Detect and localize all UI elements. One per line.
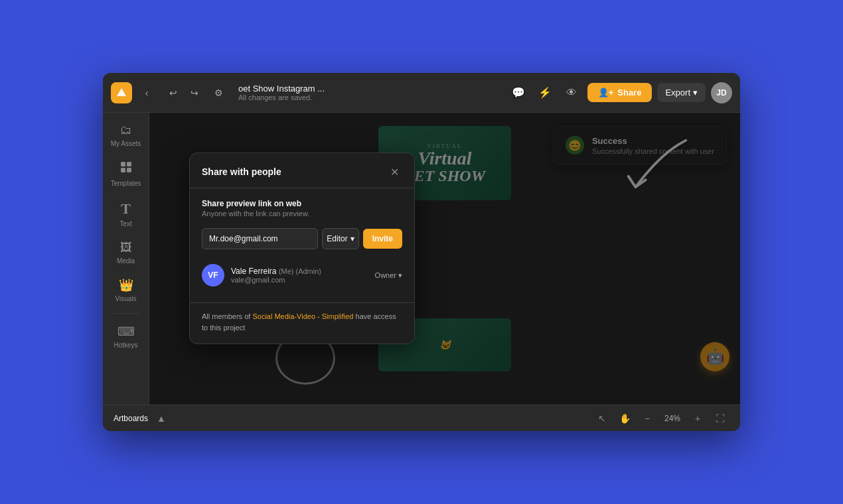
save-status: All changes are saved. bbox=[238, 94, 502, 101]
comment-button[interactable]: 💬 bbox=[508, 82, 529, 103]
bottombar-right: ↖ ✋ − 24% + ⛶ bbox=[593, 409, 729, 428]
templates-icon bbox=[119, 160, 133, 177]
export-label: Export bbox=[665, 88, 690, 97]
visuals-icon: 👑 bbox=[119, 278, 133, 292]
modal-header: Share with people ✕ bbox=[190, 153, 414, 188]
sidebar-item-media[interactable]: 🖼 Media bbox=[106, 235, 146, 270]
bottombar: Artboards ▲ ↖ ✋ − 24% + ⛶ bbox=[103, 405, 740, 431]
sidebar-item-templates[interactable]: Templates bbox=[106, 155, 146, 192]
invite-button[interactable]: Invite bbox=[363, 229, 402, 249]
sidebar-label-hotkeys: Hotkeys bbox=[114, 342, 137, 349]
user-name-tags: (Me) (Admin) bbox=[279, 267, 321, 275]
sidebar-item-text[interactable]: T Text bbox=[106, 195, 146, 233]
lightning-button[interactable]: ⚡ bbox=[534, 82, 556, 103]
share-link-desc: Anyone with the link can preview. bbox=[202, 210, 402, 218]
svg-rect-1 bbox=[121, 162, 125, 166]
sidebar-label-templates: Templates bbox=[111, 180, 141, 187]
share-button[interactable]: 👤+ Share bbox=[587, 83, 652, 102]
share-link-section: Share preview link on web Anyone with th… bbox=[202, 199, 402, 218]
hotkeys-icon: ⌨ bbox=[117, 324, 135, 339]
role-chevron-icon: ▾ bbox=[350, 234, 354, 243]
artboards-expand-button[interactable]: ▲ bbox=[152, 409, 171, 428]
user-avatar-initials: VF bbox=[202, 264, 224, 286]
user-name: Vale Ferreira (Me) (Admin) bbox=[231, 267, 368, 276]
team-link[interactable]: Social Media-Video - Simplified bbox=[252, 312, 353, 320]
user-role-chevron: ▾ bbox=[398, 271, 402, 280]
sidebar-label-my-assets: My Assets bbox=[111, 140, 141, 147]
share-icon: 👤+ bbox=[598, 88, 614, 97]
svg-marker-0 bbox=[117, 88, 126, 96]
svg-rect-3 bbox=[121, 168, 125, 172]
document-title: oet Show Instagram ... bbox=[238, 84, 502, 94]
user-info: Vale Ferreira (Me) (Admin) vale@gmail.co… bbox=[231, 267, 368, 284]
zoom-out-button[interactable]: − bbox=[638, 409, 656, 428]
zoom-level-display: 24% bbox=[660, 414, 684, 423]
back-button[interactable]: ‹ bbox=[137, 84, 156, 102]
role-select[interactable]: Editor ▾ bbox=[322, 228, 358, 249]
modal-body: Share preview link on web Anyone with th… bbox=[190, 188, 414, 302]
modal-title: Share with people bbox=[202, 166, 281, 177]
redo-button[interactable]: ↪ bbox=[185, 84, 204, 102]
text-icon: T bbox=[121, 200, 131, 218]
share-modal: Share with people ✕ Share preview link o… bbox=[189, 153, 415, 344]
user-role[interactable]: Owner ▾ bbox=[375, 271, 402, 280]
modal-footer: All members of Social Media-Video - Simp… bbox=[190, 302, 414, 344]
zoom-in-button[interactable]: + bbox=[688, 409, 707, 428]
artboards-label: Artboards bbox=[114, 414, 148, 423]
cursor-tool-button[interactable]: ↖ bbox=[593, 409, 611, 428]
svg-rect-4 bbox=[127, 168, 131, 172]
svg-rect-2 bbox=[127, 162, 131, 166]
title-area: oet Show Instagram ... All changes are s… bbox=[238, 84, 502, 101]
sidebar-item-hotkeys[interactable]: ⌨ Hotkeys bbox=[106, 319, 146, 354]
modal-overlay: Share with people ✕ Share preview link o… bbox=[149, 113, 740, 405]
undo-button[interactable]: ↩ bbox=[164, 84, 183, 102]
sidebar-item-my-assets[interactable]: 🗂 My Assets bbox=[106, 118, 146, 153]
fullscreen-button[interactable]: ⛶ bbox=[711, 409, 729, 428]
hand-tool-button[interactable]: ✋ bbox=[615, 409, 634, 428]
share-label: Share bbox=[617, 88, 641, 97]
sidebar: 🗂 My Assets Templates T Text bbox=[103, 113, 149, 405]
sidebar-label-media: Media bbox=[117, 257, 135, 265]
modal-close-button[interactable]: ✕ bbox=[386, 164, 402, 180]
main-area: 🗂 My Assets Templates T Text bbox=[103, 113, 740, 405]
topbar-actions: 💬 ⚡ 👁 👤+ Share Export ▾ JD bbox=[508, 82, 732, 103]
user-email: vale@gmail.com bbox=[231, 276, 368, 284]
app-window: ‹ ↩ ↪ ⚙ oet Show Instagram ... All chang… bbox=[103, 73, 740, 431]
invite-email-input[interactable] bbox=[202, 228, 318, 249]
role-value: Editor bbox=[327, 234, 347, 243]
bottombar-left: Artboards ▲ bbox=[114, 409, 587, 428]
topbar: ‹ ↩ ↪ ⚙ oet Show Instagram ... All chang… bbox=[103, 73, 740, 113]
settings-button[interactable]: ⚙ bbox=[209, 84, 228, 102]
sidebar-item-visuals[interactable]: 👑 Visuals bbox=[106, 273, 146, 308]
sidebar-label-visuals: Visuals bbox=[115, 295, 136, 302]
team-access-text: All members of Social Media-Video - Simp… bbox=[202, 311, 402, 333]
share-link-title: Share preview link on web bbox=[202, 199, 402, 208]
canvas-area: Virtual Virtual PET SHOW 😊 Success Succe… bbox=[149, 113, 740, 405]
user-avatar[interactable]: JD bbox=[711, 82, 732, 103]
preview-button[interactable]: 👁 bbox=[561, 82, 582, 103]
user-row: VF Vale Ferreira (Me) (Admin) vale@gmail… bbox=[202, 259, 402, 292]
export-button[interactable]: Export ▾ bbox=[657, 83, 706, 102]
app-logo[interactable] bbox=[111, 82, 132, 103]
media-icon: 🖼 bbox=[120, 241, 132, 255]
sidebar-divider bbox=[113, 313, 139, 314]
my-assets-icon: 🗂 bbox=[120, 123, 132, 137]
export-chevron-icon: ▾ bbox=[693, 88, 698, 97]
undo-redo-group: ↩ ↪ bbox=[164, 84, 204, 102]
invite-row: Editor ▾ Invite bbox=[202, 228, 402, 249]
sidebar-label-text: Text bbox=[119, 220, 131, 227]
